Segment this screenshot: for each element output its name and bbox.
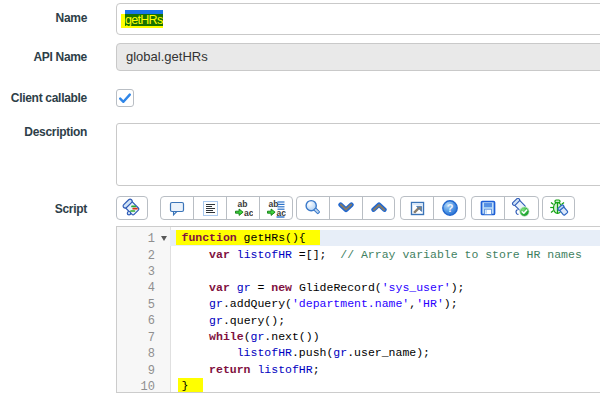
svg-text:ac: ac: [276, 207, 286, 217]
svg-text:?: ?: [446, 202, 453, 214]
svg-text:ac: ac: [244, 207, 253, 217]
